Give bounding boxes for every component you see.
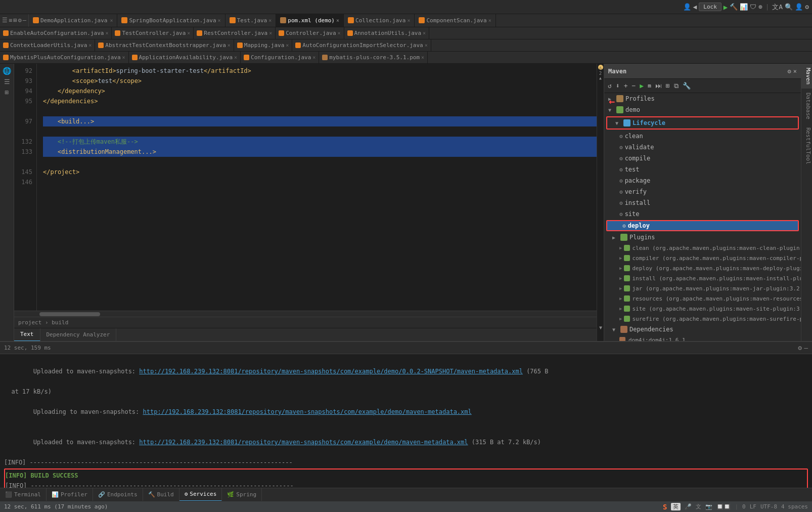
maven-settings-icon[interactable]: ⚙: [788, 68, 791, 75]
tab-terminal[interactable]: ⬛ Terminal: [0, 488, 47, 501]
tree-compile[interactable]: ⚙ compile: [604, 153, 801, 164]
close-icon[interactable]: ×: [187, 30, 190, 36]
tree-validate[interactable]: ⚙ validate: [604, 142, 801, 153]
refresh-icon[interactable]: ↺: [606, 81, 613, 91]
tab-mybatis-pom[interactable]: mybatis-plus-core-3.5.1.pom ×: [319, 52, 428, 63]
close-icon[interactable]: ×: [269, 30, 272, 36]
tab-AnnotationUtils[interactable]: AnnotationUtils.java ×: [344, 27, 429, 39]
close-icon[interactable]: ×: [88, 42, 92, 48]
tree-install[interactable]: ⚙ install: [604, 197, 801, 208]
m-icon[interactable]: m: [646, 81, 653, 90]
tab-ComponentScan[interactable]: ComponentScan.java ×: [415, 14, 495, 27]
tab-profiler[interactable]: 📊 Profiler: [47, 488, 93, 501]
sidebar-maven-label[interactable]: Maven: [801, 64, 813, 89]
close-icon[interactable]: ×: [425, 42, 428, 48]
tab-AutoConfig[interactable]: AutoConfigurationImportSelector.java ×: [292, 39, 431, 51]
translate-icon[interactable]: 文A: [772, 3, 783, 12]
close-icon[interactable]: ×: [336, 18, 339, 23]
status-mic-icon[interactable]: 🎤: [685, 503, 692, 510]
toggle-icon[interactable]: ⊞: [664, 81, 671, 91]
tab-endpoints[interactable]: 🔗 Endpoints: [93, 488, 143, 501]
close-icon[interactable]: ×: [423, 30, 426, 36]
tab-spring[interactable]: 🌿 Spring: [222, 488, 262, 501]
tab-SpringBootApplication[interactable]: SpringBootApplication.java ×: [117, 14, 225, 27]
tab-RestController[interactable]: RestController.java ×: [194, 27, 276, 39]
tab-build[interactable]: 🔨 Build: [143, 488, 179, 501]
search-icon[interactable]: 🔍: [785, 3, 793, 11]
close-icon[interactable]: ×: [218, 18, 221, 23]
run-icon[interactable]: ▶: [724, 3, 728, 11]
profile-icon[interactable]: 📊: [740, 3, 748, 11]
tree-site[interactable]: ⚙ site: [604, 208, 801, 220]
tree-demo[interactable]: ▼ demo: [604, 104, 801, 115]
close-icon[interactable]: ×: [105, 30, 108, 36]
close-icon[interactable]: ×: [421, 55, 424, 60]
back-icon[interactable]: ◀: [693, 3, 697, 11]
close-icon[interactable]: ×: [228, 42, 231, 48]
close-icon[interactable]: ×: [407, 18, 410, 23]
tree-lifecycle[interactable]: ▼ Lifecycle: [607, 117, 798, 129]
reimport-icon[interactable]: ⬇: [614, 81, 621, 91]
close-icon[interactable]: ×: [488, 18, 491, 23]
tree-plugins-header[interactable]: ▶ Plugins: [604, 232, 801, 243]
user2-icon[interactable]: 👤: [795, 3, 803, 11]
tab-DemoApplication[interactable]: DemoApplication.java ×: [29, 14, 117, 27]
tab-Test[interactable]: Test.java ×: [225, 14, 277, 27]
tree-dependencies-header[interactable]: ▼ Dependencies: [604, 324, 801, 335]
gutter-globe-icon[interactable]: 🌐: [3, 67, 11, 75]
close-icon[interactable]: ×: [122, 55, 125, 60]
add-icon[interactable]: +: [622, 81, 629, 91]
sidebar-database-label[interactable]: Database: [801, 89, 813, 123]
tree-clean[interactable]: ⚙ clean: [604, 131, 801, 142]
gutter-list-icon[interactable]: ☰: [4, 78, 10, 86]
close-icon[interactable]: ×: [234, 55, 237, 60]
close-icon[interactable]: ×: [312, 55, 315, 60]
build-icon[interactable]: 🔨: [730, 3, 738, 11]
tree-package[interactable]: ⚙ package: [604, 175, 801, 186]
tab-ContextLoader[interactable]: ContextLoaderUtils.java ×: [0, 39, 95, 51]
nav-icon2[interactable]: ≡: [9, 17, 12, 24]
tab-services[interactable]: ⚙ Services: [179, 488, 222, 501]
nav-icon4[interactable]: ⚙: [18, 17, 21, 24]
tab-EnableAutoConfig[interactable]: EnableAutoConfiguration.java ×: [0, 27, 112, 39]
tab-pom[interactable]: pom.xml (demo) ×: [276, 14, 344, 27]
close-icon[interactable]: ×: [338, 30, 341, 36]
plugin-surefire[interactable]: ▶ surefire (org.apache.maven.plugins:mav…: [604, 314, 801, 324]
log-link-2[interactable]: http://192.168.239.132:8081/repository/m…: [143, 408, 472, 415]
log-link-3[interactable]: http://192.168.239.132:8081/repository/m…: [139, 439, 468, 446]
tree-test[interactable]: ⚙ test: [604, 164, 801, 175]
maven-close-icon[interactable]: ×: [793, 68, 797, 75]
log-link-1[interactable]: http://192.168.239.132:8081/repository/m…: [139, 368, 523, 375]
settings-icon[interactable]: ⚙: [805, 3, 809, 11]
tab-text[interactable]: Text: [14, 328, 40, 342]
horizontal-scrollbar[interactable]: [14, 311, 604, 317]
more-run-icon[interactable]: ⊕: [758, 3, 762, 11]
plugin-jar[interactable]: ▶ jar (org.apache.maven.plugins:maven-ja…: [604, 283, 801, 293]
plugin-site[interactable]: ▶ site (org.apache.maven.plugins:maven-s…: [604, 304, 801, 314]
tab-MybatisPlus[interactable]: MybatisPlusAutoConfiguration.java ×: [0, 52, 129, 63]
plugin-clean[interactable]: ▶ clean (org.apache.maven.plugins:maven-…: [604, 243, 801, 253]
tab-dependency-analyzer[interactable]: Dependency Analyzer: [40, 328, 117, 342]
nav-icon5[interactable]: —: [23, 17, 26, 24]
tab-AbstractTest[interactable]: AbstractTestContextBootstrapper.java ×: [95, 39, 234, 51]
skip-test-icon[interactable]: ⏭: [654, 81, 663, 91]
plugin-resources[interactable]: ▶ resources (org.apache.maven.plugins:ma…: [604, 293, 801, 304]
tab-TestController[interactable]: TestController.java ×: [112, 27, 194, 39]
plugin-deploy[interactable]: ▶ deploy (org.apache.maven.plugins:maven…: [604, 263, 801, 273]
tree-deploy[interactable]: ⚙ deploy: [606, 220, 799, 231]
tree-profiles[interactable]: ▶ Profiles: [604, 93, 801, 104]
close-icon[interactable]: ×: [286, 42, 289, 48]
tab-Controller[interactable]: Controller.java ×: [276, 27, 344, 39]
tab-AppAvail[interactable]: ApplicationAvailability.java ×: [129, 52, 241, 63]
plugin-install[interactable]: ▶ install (org.apache.maven.plugins:mave…: [604, 273, 801, 283]
lock-button[interactable]: Lock: [699, 3, 721, 11]
tab-Mapping[interactable]: Mapping.java ×: [234, 39, 293, 51]
split-icon[interactable]: ⧉: [672, 81, 680, 91]
run-maven-icon[interactable]: ▶: [638, 81, 645, 91]
status-translate-icon[interactable]: 文: [696, 503, 701, 510]
close-icon[interactable]: ×: [110, 18, 113, 23]
status-camera-icon[interactable]: 📷: [705, 503, 712, 510]
tab-Collection[interactable]: Collection.java ×: [344, 14, 415, 27]
close-icon[interactable]: ×: [268, 18, 272, 23]
sidebar-restful-label[interactable]: RestfulTool: [801, 123, 813, 168]
